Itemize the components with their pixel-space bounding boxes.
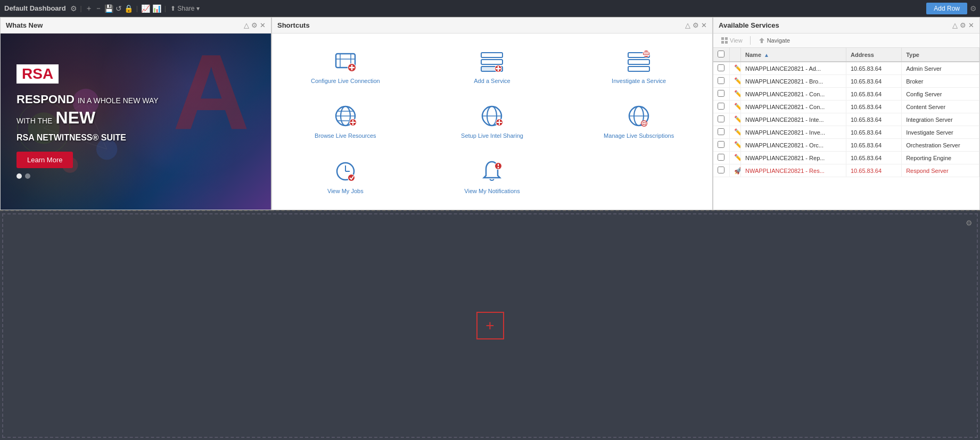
table-row[interactable]: ✏️ NWAPPLIANCE20821 - Rep... 10.65.83.64… xyxy=(713,152,979,164)
table-row[interactable]: ✏️ NWAPPLIANCE20821 - Con... 10.65.83.64… xyxy=(713,101,979,113)
services-table-scroll[interactable]: Name ▲ Address Type ✏️ NWAP xyxy=(713,48,979,177)
row-checkbox[interactable] xyxy=(718,141,724,148)
table-row[interactable]: ✏️ NWAPPLIANCE20821 - Inte... 10.65.83.6… xyxy=(713,113,979,126)
rsa-headline: RESPOND IN A WHOLE NEW WAY WITH THE NEW … xyxy=(17,92,255,145)
edit-icon[interactable]: ✏️ xyxy=(734,90,740,98)
edit-icon[interactable]: ✏️ xyxy=(734,103,740,111)
row-checkbox[interactable] xyxy=(718,167,724,173)
table-row[interactable]: ✏️ NWAPPLIANCE20821 - Ad... 10.65.83.64 … xyxy=(713,62,979,75)
row-checkbox-cell[interactable] xyxy=(713,126,730,139)
top-settings-cog[interactable]: ⚙ xyxy=(970,4,977,13)
row-checkbox[interactable] xyxy=(718,128,724,135)
add-widget-button[interactable]: + xyxy=(476,312,504,339)
row-checkbox-cell[interactable] xyxy=(713,152,730,164)
row-address: 10.65.83.64 xyxy=(846,139,901,152)
shortcut-view-jobs[interactable]: View My Jobs xyxy=(272,149,419,204)
svg-rect-16 xyxy=(481,53,503,57)
row-checkbox[interactable] xyxy=(718,90,724,97)
chart-icon[interactable]: 📈 xyxy=(141,4,150,13)
graph-icon[interactable]: 📊 xyxy=(152,4,161,13)
lock-icon[interactable]: 🔒 xyxy=(124,4,133,13)
refresh-icon[interactable]: ↺ xyxy=(116,4,122,13)
table-row[interactable]: ✏️ NWAPPLIANCE20821 - Con... 10.65.83.64… xyxy=(713,88,979,101)
shortcut-add-service[interactable]: Add a Service xyxy=(419,39,566,94)
navigate-button[interactable]: Navigate xyxy=(755,36,793,45)
row-checkbox-cell[interactable] xyxy=(713,75,730,88)
col-address-header[interactable]: Address xyxy=(846,48,901,62)
edit-icon[interactable]: ✏️ xyxy=(734,64,740,72)
whats-new-controls: △ ⚙ ✕ xyxy=(244,21,266,29)
row-edit-cell[interactable]: 🚀 xyxy=(730,164,741,177)
shortcut-manage-subs[interactable]: Manage Live Subscriptions xyxy=(565,94,712,150)
dot-2[interactable] xyxy=(25,173,30,179)
row-edit-cell[interactable]: ✏️ xyxy=(730,101,741,113)
table-row[interactable]: ✏️ NWAPPLIANCE20821 - Bro... 10.65.83.64… xyxy=(713,75,979,88)
row-edit-cell[interactable]: ✏️ xyxy=(730,139,741,152)
row-checkbox[interactable] xyxy=(718,115,724,122)
add-row-button[interactable]: Add Row xyxy=(926,3,967,14)
row-checkbox[interactable] xyxy=(718,77,724,84)
learn-more-button[interactable]: Learn More xyxy=(17,152,73,168)
share-button[interactable]: ⬆ Share ▾ xyxy=(170,5,200,12)
shortcut-notifications[interactable]: View My Notifications xyxy=(419,149,566,204)
row-checkbox[interactable] xyxy=(718,154,724,161)
shortcut-intel-sharing[interactable]: Setup Live Intel Sharing xyxy=(419,94,566,150)
shortcut-configure-live[interactable]: Configure Live Connection xyxy=(272,39,419,94)
bottom-settings-cog[interactable]: ⚙ xyxy=(966,219,973,227)
settings-icon[interactable]: ⚙ xyxy=(251,21,258,29)
settings-services-icon[interactable]: ⚙ xyxy=(960,21,966,29)
row-edit-cell[interactable]: ✏️ xyxy=(730,75,741,88)
rsa-promo-content: RSA RESPOND IN A WHOLE NEW WAY WITH THE … xyxy=(1,54,271,190)
col-type-header[interactable]: Type xyxy=(902,48,979,62)
row-edit-cell[interactable]: ✏️ xyxy=(730,113,741,126)
collapse-services-icon[interactable]: △ xyxy=(952,21,958,29)
add-icon[interactable]: ＋ xyxy=(85,4,93,13)
available-services-panel: Available Services △ ⚙ ✕ View xyxy=(713,17,980,210)
row-checkbox[interactable] xyxy=(718,103,724,110)
svg-point-60 xyxy=(498,167,499,169)
row-checkbox-cell[interactable] xyxy=(713,101,730,113)
floppy-icon[interactable]: 💾 xyxy=(104,4,113,13)
row-edit-cell[interactable]: ✏️ xyxy=(730,62,741,75)
rocket-icon[interactable]: 🚀 xyxy=(734,167,740,175)
add-widget-plus: + xyxy=(485,317,494,334)
row-edit-cell[interactable]: ✏️ xyxy=(730,152,741,164)
notifications-label: View My Notifications xyxy=(464,187,520,195)
shortcut-browse-live[interactable]: Browse Live Resources xyxy=(272,94,419,150)
view-button[interactable]: View xyxy=(718,36,746,45)
configure-live-label: Configure Live Connection xyxy=(311,77,380,85)
edit-icon[interactable]: ✏️ xyxy=(734,141,740,149)
row-checkbox-cell[interactable] xyxy=(713,62,730,75)
edit-icon[interactable]: ✏️ xyxy=(734,128,740,136)
collapse-shortcuts-icon[interactable]: △ xyxy=(685,21,690,29)
svg-rect-63 xyxy=(721,41,724,44)
close-services-icon[interactable]: ✕ xyxy=(968,21,974,29)
dot-1[interactable] xyxy=(17,173,22,179)
edit-icon[interactable]: ✏️ xyxy=(734,154,740,162)
close-icon[interactable]: ✕ xyxy=(260,21,266,29)
row-checkbox-cell[interactable] xyxy=(713,88,730,101)
settings-shortcuts-icon[interactable]: ⚙ xyxy=(693,21,699,29)
row-checkbox-cell[interactable] xyxy=(713,164,730,177)
remove-icon[interactable]: － xyxy=(95,4,102,13)
row-checkbox-cell[interactable] xyxy=(713,113,730,126)
settings-icon[interactable]: ⚙ xyxy=(70,4,77,13)
edit-icon[interactable]: ✏️ xyxy=(734,115,740,123)
shortcut-investigate[interactable]: Investigate a Service xyxy=(565,39,712,94)
add-service-icon xyxy=(479,48,505,74)
row-checkbox[interactable] xyxy=(718,64,724,71)
navigate-icon xyxy=(758,37,765,44)
select-all-checkbox[interactable] xyxy=(718,51,724,57)
close-shortcuts-icon[interactable]: ✕ xyxy=(701,21,707,29)
table-row[interactable]: ✏️ NWAPPLIANCE20821 - Orc... 10.65.83.64… xyxy=(713,139,979,152)
services-header: Available Services △ ⚙ ✕ xyxy=(713,18,979,34)
col-name-header[interactable]: Name ▲ xyxy=(741,48,846,62)
table-row[interactable]: ✏️ NWAPPLIANCE20821 - Inve... 10.65.83.6… xyxy=(713,126,979,139)
top-bar: Default Dashboard ⚙ | ＋ － 💾 ↺ 🔒 | 📈 📊 | … xyxy=(0,0,980,17)
edit-icon[interactable]: ✏️ xyxy=(734,77,740,85)
row-edit-cell[interactable]: ✏️ xyxy=(730,88,741,101)
table-row[interactable]: 🚀 NWAPPLIANCE20821 - Res... 10.65.83.64 … xyxy=(713,164,979,177)
collapse-icon[interactable]: △ xyxy=(244,21,249,29)
row-checkbox-cell[interactable] xyxy=(713,139,730,152)
row-edit-cell[interactable]: ✏️ xyxy=(730,126,741,139)
